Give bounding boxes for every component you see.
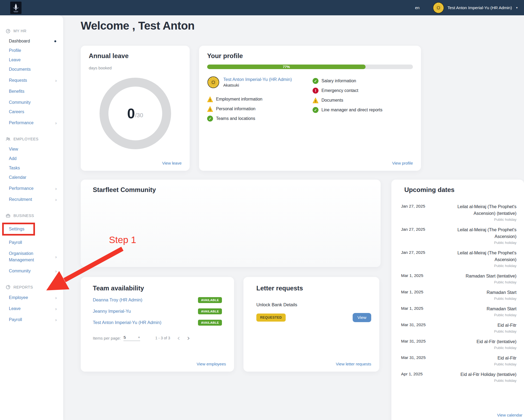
user-name: Test Anton Imperial-Yu (HR Admin): [448, 5, 512, 10]
requested-badge: REQUESTED: [256, 314, 286, 322]
event-row: Mar 31, 2025 Eid al-Fitr Public holiday: [401, 353, 516, 369]
view-employees-link[interactable]: View employees: [197, 362, 226, 366]
sidebar-item-organisation-management[interactable]: Organisation Management›: [0, 250, 63, 263]
next-page-button[interactable]: ›: [187, 335, 190, 341]
annual-leave-title: Annual leave: [89, 52, 182, 60]
error-icon: [313, 88, 318, 94]
sidebar-item-payroll[interactable]: Payroll: [0, 239, 63, 246]
chevron-right-icon: ›: [55, 121, 57, 125]
sidebar-item-recruitment[interactable]: Recruitment›: [0, 196, 63, 203]
checklist-documents: Documents: [313, 95, 413, 105]
view-calendar-link[interactable]: View calendar: [497, 413, 522, 417]
profile-progress-fill: 77%: [207, 65, 366, 69]
pagination-bar: Items per page: 5 ▼ 1 - 3 of 3 ‹ ›: [93, 335, 222, 341]
sidebar-item-profile[interactable]: Profile: [0, 47, 63, 54]
event-row: Jan 27, 2025 Leilat al-Meiraj (The Proph…: [401, 247, 516, 270]
event-row: Jan 27, 2025 Leilat al-Meiraj (The Proph…: [401, 201, 516, 224]
warning-icon: [207, 96, 213, 102]
letter-requests-card: Letter requests Unlock Bank Details REQU…: [243, 277, 379, 372]
sidebar-item-documents[interactable]: Documents: [0, 66, 63, 73]
language-selector[interactable]: en: [415, 5, 420, 10]
sidebar-item-leave[interactable]: Leave: [0, 57, 63, 63]
view-profile-link[interactable]: View profile: [392, 161, 413, 165]
sidebar-item-add[interactable]: Add: [0, 155, 63, 162]
event-row: Apr 1, 2025 Eid al-Fitr Holiday (tentati…: [401, 369, 516, 385]
sidebar-item-benefits[interactable]: Benefits: [0, 88, 63, 95]
profile-user-link[interactable]: Test Anton Imperial-Yu (HR Admin): [223, 77, 292, 82]
previous-page-button[interactable]: ‹: [177, 335, 180, 341]
status-badge: AVAILABLE: [198, 297, 222, 303]
check-icon: [207, 116, 213, 122]
sidebar-item-view[interactable]: View: [0, 146, 63, 152]
sidebar-item-community[interactable]: Community: [0, 99, 63, 106]
warning-icon: [313, 97, 318, 103]
sidebar-item-report-leave[interactable]: Leave›: [0, 305, 63, 312]
checklist-employment-information: Employment information: [207, 94, 313, 104]
user-menu[interactable]: Test Anton Imperial-Yu (HR Admin) ▼: [433, 2, 518, 14]
member-link[interactable]: Deanna Troy (HR Admin): [93, 297, 142, 303]
gauge-icon: [5, 28, 11, 34]
starfleet-delta-icon: [12, 3, 20, 13]
chevron-right-icon: ›: [55, 78, 57, 83]
view-leave-link[interactable]: View leave: [162, 161, 182, 165]
chevron-right-icon: ›: [55, 255, 57, 259]
hr-dashboard-page: en Test Anton Imperial-Yu (HR Admin) ▼: [0, 0, 524, 420]
checklist-emergency-contact: Emergency contact: [313, 86, 413, 95]
sidebar-item-performance[interactable]: Performance›: [0, 120, 63, 126]
sidebar-item-employees-performance[interactable]: Performance›: [0, 185, 63, 192]
sidebar-item-tasks[interactable]: Tasks: [0, 165, 63, 171]
check-icon: [313, 78, 318, 84]
items-per-page-select[interactable]: 5 ▼: [123, 335, 140, 341]
profile-card: Your profile 77%: [199, 46, 421, 171]
sidebar-section-employees: EMPLOYEES: [0, 136, 63, 142]
items-per-page-label: Items per page:: [93, 336, 121, 340]
sidebar-item-requests[interactable]: Requests›: [0, 77, 63, 84]
event-row: Mar 1, 2025 Ramadan Start Public holiday: [401, 287, 516, 303]
active-dot: [54, 40, 56, 42]
letter-request-name: Unlock Bank Details: [256, 302, 371, 308]
chevron-right-icon: ›: [55, 197, 57, 202]
briefcase-icon: [5, 213, 11, 218]
sidebar-item-settings[interactable]: Settings: [4, 226, 33, 232]
avatar: [433, 2, 444, 14]
sidebar-item-calendar[interactable]: Calendar: [0, 174, 63, 181]
member-link[interactable]: Jeanny Imperial-Yu: [93, 308, 131, 315]
chevron-down-icon: ▼: [516, 6, 518, 9]
chevron-right-icon: ›: [55, 318, 57, 322]
checklist-personal-information: Personal information: [207, 104, 313, 114]
team-member-row: Deanna Troy (HR Admin) AVAILABLE: [93, 297, 222, 303]
avatar: [207, 76, 219, 88]
sidebar-item-dashboard[interactable]: Dashboard: [0, 38, 63, 44]
upcoming-dates-card: Upcoming dates Jan 27, 2025 Leilat al-Me…: [391, 180, 524, 420]
community-title: Starfleet Community: [93, 186, 369, 194]
team-member-row: Test Anton Imperial-Yu (HR Admin) AVAILA…: [93, 319, 222, 326]
annotation-step-label: Step 1: [109, 234, 136, 245]
days-total-value: /30: [135, 112, 143, 119]
event-row: Jan 27, 2025 Leilat al-Meiraj (The Proph…: [401, 224, 516, 247]
view-letter-requests-link[interactable]: View letter requests: [336, 362, 371, 366]
sidebar-item-business-community[interactable]: Community›: [0, 268, 63, 274]
chevron-right-icon: ›: [55, 269, 57, 273]
chevron-right-icon: ›: [55, 307, 57, 311]
team-availability-card: Team availability Deanna Troy (HR Admin)…: [81, 277, 234, 372]
checklist-line-manager: Line manager and direct reports: [313, 105, 413, 115]
sidebar-item-careers[interactable]: Careers: [0, 109, 63, 115]
check-icon: [313, 107, 318, 113]
people-icon: [5, 136, 11, 142]
annual-leave-card: Annual leave days booked 0 /30 View leav…: [81, 46, 190, 171]
sidebar: MY HR Dashboard Profile Leave Documents …: [0, 15, 63, 420]
community-card: Starfleet Community: [81, 180, 381, 267]
sidebar-item-report-payroll[interactable]: Payroll›: [0, 316, 63, 323]
sidebar-section-my-hr: MY HR: [0, 28, 63, 34]
checklist-salary-information: Salary information: [313, 76, 413, 86]
profile-completion-bar: 77%: [207, 65, 413, 69]
page-title: Welcome , Test Anton: [81, 19, 194, 32]
sidebar-section-business: BUSINESS: [0, 213, 63, 218]
member-link[interactable]: Test Anton Imperial-Yu (HR Admin): [93, 319, 161, 326]
starfleet-logo[interactable]: [10, 2, 22, 14]
view-request-button[interactable]: View: [353, 313, 371, 322]
status-badge: AVAILABLE: [198, 320, 222, 326]
event-row: Mar 31, 2025 Eid al-Fitr Public holiday: [401, 320, 516, 336]
top-navigation-bar: en Test Anton Imperial-Yu (HR Admin) ▼: [0, 0, 524, 15]
sidebar-item-report-employee[interactable]: Employee›: [0, 294, 63, 301]
